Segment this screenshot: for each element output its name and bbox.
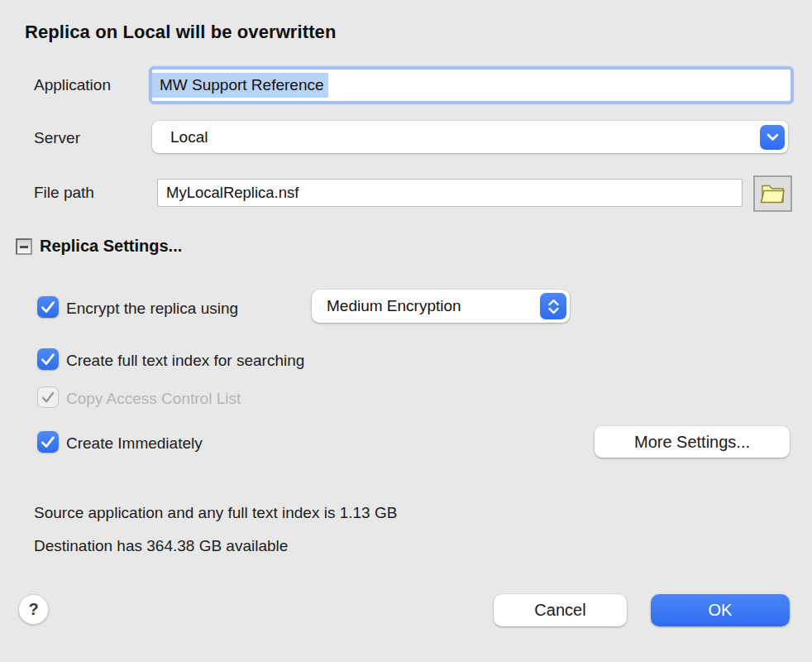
chevron-up-down-icon	[547, 299, 560, 314]
encryption-level-value: Medium Encryption	[312, 297, 461, 315]
server-combobox[interactable]: Local	[152, 121, 788, 153]
browse-folder-button[interactable]	[753, 175, 792, 212]
full-text-index-checkbox[interactable]	[37, 348, 59, 370]
dialog-title: Replica on Local will be overwritten	[25, 22, 336, 43]
cancel-button[interactable]: Cancel	[494, 594, 627, 626]
destination-space-text: Destination has 364.38 GB available	[34, 537, 288, 555]
collapse-minus-icon	[20, 246, 28, 248]
encrypt-checkbox-label: Encrypt the replica using	[66, 300, 238, 318]
replica-settings-title: Replica Settings...	[40, 237, 182, 256]
checkmark-icon	[37, 348, 59, 370]
create-immediately-checkbox[interactable]	[37, 431, 59, 453]
create-immediately-checkbox-label: Create Immediately	[66, 434, 203, 453]
server-dropdown-button[interactable]	[760, 125, 785, 150]
encrypt-checkbox[interactable]	[37, 296, 59, 318]
replica-settings-collapse-button[interactable]	[16, 238, 32, 255]
checkmark-icon	[38, 386, 58, 408]
full-text-index-checkbox-label: Create full text index for searching	[66, 352, 304, 370]
checkmark-icon	[37, 296, 59, 318]
source-size-text: Source application and any full text ind…	[34, 504, 397, 522]
create-replica-dialog: Replica on Local will be overwritten App…	[0, 0, 812, 662]
encryption-popup-button[interactable]	[540, 293, 566, 319]
application-input-selected-text: MW Support Reference	[152, 73, 328, 98]
application-label: Application	[34, 76, 111, 94]
server-combobox-value: Local	[152, 128, 208, 146]
file-path-label: File path	[34, 184, 94, 202]
copy-acl-checkbox-label: Copy Access Control List	[66, 390, 241, 408]
ok-button[interactable]: OK	[651, 594, 790, 626]
folder-icon	[760, 182, 786, 205]
more-settings-button[interactable]: More Settings...	[595, 426, 790, 458]
checkmark-icon	[37, 431, 59, 453]
file-path-value: MyLocalReplica.nsf	[158, 184, 299, 202]
application-input[interactable]: MW Support Reference	[152, 70, 791, 101]
encryption-level-popup[interactable]: Medium Encryption	[312, 290, 570, 323]
file-path-input[interactable]: MyLocalReplica.nsf	[157, 179, 743, 207]
help-button[interactable]: ?	[18, 594, 49, 625]
chevron-down-icon	[767, 133, 779, 142]
copy-acl-checkbox	[37, 386, 59, 408]
server-label: Server	[34, 129, 80, 147]
application-field-focus-ring: MW Support Reference	[149, 66, 794, 104]
